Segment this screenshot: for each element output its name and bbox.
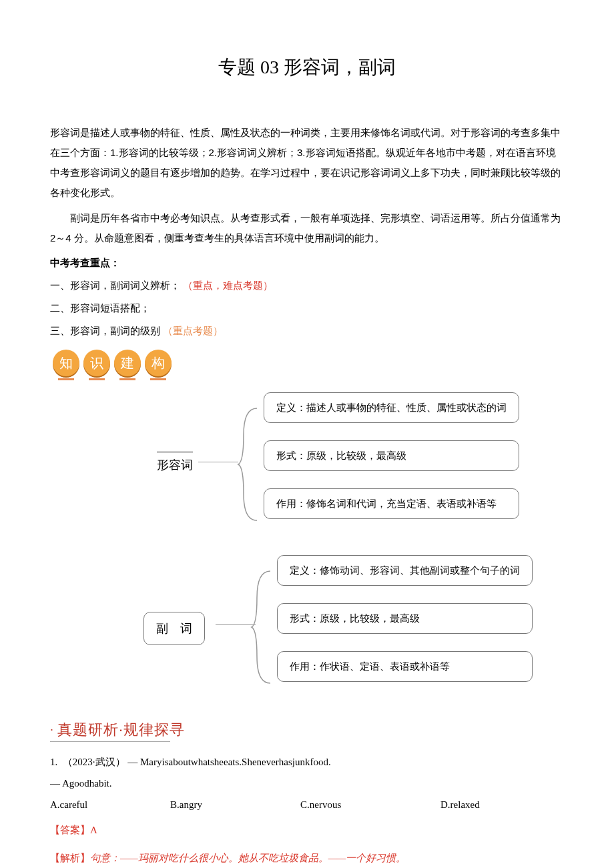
- concept-map-adjective: 形容词 定义：描述人或事物的特征、性质、属性或状态的词 形式：原级，比较级，最高…: [50, 392, 564, 539]
- option-a: A.careful: [50, 797, 170, 813]
- map-adv-def: 定义：修饰动词、形容词、其他副词或整个句子的词: [277, 555, 533, 586]
- focus-heading: 中考考查重点：: [50, 255, 564, 271]
- map-center-connector: [198, 462, 238, 462]
- focus-item-3: 三、形容词，副词的级别 （重点考题）: [50, 323, 564, 339]
- bullet-icon: ·: [50, 720, 53, 739]
- question-options: A.careful B.angry C.nervous D.relaxed: [50, 797, 564, 813]
- question-1: 1. （2023·武汉） — Maryisaboutwhatsheeats.Sh…: [50, 754, 564, 866]
- explain-line: 【解析】句意：——玛丽对吃什么很小心。她从不吃垃圾食品。——一个好习惯。: [50, 850, 564, 866]
- map-center-connector-2: [216, 624, 256, 625]
- divider-line: [50, 741, 170, 742]
- q-number: 1.: [50, 757, 57, 767]
- answer-line: 【答案】A: [50, 822, 564, 838]
- answer-label: 【答案】: [50, 825, 90, 835]
- knowledge-badge-row: 知 识 建 构: [50, 350, 564, 376]
- option-c: C.nervous: [300, 797, 440, 813]
- q-stem-text-a: — Maryisaboutwhatsheeats.Sheneverhasjunk…: [127, 757, 331, 767]
- focus-item-1: 一、形容词，副词词义辨析； （重点，难点考题）: [50, 278, 564, 294]
- map-label-adj: 形容词: [157, 456, 193, 475]
- badge-shi: 识: [83, 350, 110, 376]
- focus-item-1-text: 一、形容词，副词词义辨析；: [50, 280, 180, 291]
- map-label-adv: 副 词: [143, 612, 205, 646]
- answer-value: A: [90, 825, 97, 835]
- map-adv-role: 作用：作状语、定语、表语或补语等: [277, 651, 533, 682]
- focus-item-2-text: 二、形容词短语搭配；: [50, 302, 150, 314]
- explain-text: 句意：——玛丽对吃什么很小心。她从不吃垃圾食品。——一个好习惯。: [90, 853, 406, 863]
- page-title: 专题 03 形容词，副词: [50, 53, 564, 83]
- section-header: · 真题研析·规律探寻: [50, 718, 564, 742]
- badge-gou: 构: [145, 350, 172, 376]
- explain-label: 【解析】: [50, 853, 90, 863]
- q-source: （2023·武汉）: [63, 757, 125, 767]
- brace-icon-2: [250, 558, 277, 697]
- focus-item-3-note: （重点考题）: [163, 325, 223, 336]
- map-adj-def: 定义：描述人或事物的特征、性质、属性或状态的词: [264, 392, 519, 423]
- intro-p2: 副词是历年各省市中考必考知识点。从考查形式看，一般有单项选择、完形填空、词语运用…: [50, 208, 564, 248]
- focus-item-2: 二、形容词短语搭配；: [50, 300, 564, 316]
- focus-item-1-note: （重点，难点考题）: [183, 280, 273, 291]
- brace-icon: [237, 395, 264, 534]
- intro-p1: 形容词是描述人或事物的特征、性质、属性及状态的一种词类，主要用来修饰名词或代词。…: [50, 123, 564, 203]
- map-adj-form: 形式：原级，比较级，最高级: [264, 440, 519, 471]
- badge-jian: 建: [114, 350, 141, 376]
- map-adv-form: 形式：原级，比较级，最高级: [277, 603, 533, 634]
- option-b: B.angry: [170, 797, 300, 813]
- concept-map-adverb: 副 词 定义：修饰动词、形容词、其他副词或整个句子的词 形式：原级，比较级，最高…: [50, 555, 564, 702]
- badge-zhi: 知: [53, 350, 79, 376]
- question-stem-a: 1. （2023·武汉） — Maryisaboutwhatsheeats.Sh…: [50, 754, 564, 770]
- map-adj-role: 作用：修饰名词和代词，充当定语、表语或补语等: [264, 488, 519, 519]
- focus-item-3-text: 三、形容词，副词的级别: [50, 325, 160, 336]
- option-d: D.relaxed: [440, 797, 480, 813]
- question-stem-b: — Agoodhabit.: [50, 775, 564, 791]
- section-title-text: 真题研析·规律探寻: [57, 718, 185, 741]
